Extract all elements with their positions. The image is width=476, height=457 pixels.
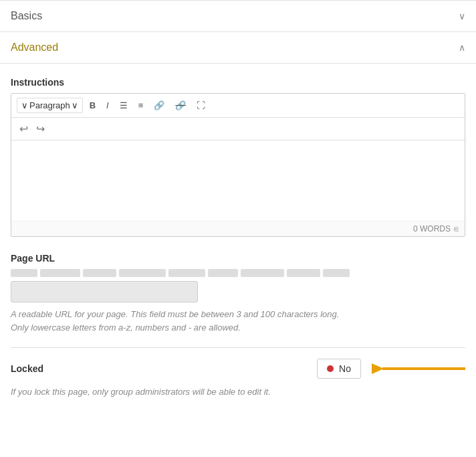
ordered-list-icon: ≡ [138, 100, 144, 110]
paragraph-dropdown-chevron: ∨ [72, 100, 78, 110]
link-icon: 🔗 [154, 100, 164, 110]
editor-actions-row: ↩ ↪ [11, 118, 465, 141]
editor-toolbar: ∨ Paragraph ∨ B I ☰ ≡ 🔗 🔗 ⛶ [11, 94, 465, 118]
svg-marker-0 [372, 363, 384, 374]
paragraph-dropdown-label: Paragraph [29, 100, 70, 110]
url-prefix-block-4 [119, 269, 166, 277]
bold-button[interactable]: B [86, 99, 100, 112]
unlink-button[interactable]: 🔗 [171, 99, 190, 112]
locked-row: Locked No [11, 359, 465, 379]
instructions-label: Instructions [11, 77, 465, 88]
basics-title: Basics [11, 10, 42, 22]
page-url-input[interactable] [11, 281, 198, 302]
section-divider [11, 347, 465, 348]
word-count: 0 WORDS [413, 224, 451, 234]
url-prefix-block-6 [208, 269, 238, 277]
editor-body[interactable] [11, 141, 465, 221]
url-prefix-block-2 [40, 269, 80, 277]
advanced-chevron-up-icon [459, 42, 465, 53]
toggle-dot-icon [327, 365, 334, 372]
locked-label: Locked [11, 363, 43, 374]
editor-footer: 0 WORDS ⋹ [11, 221, 465, 236]
advanced-content: Instructions ∨ Paragraph ∨ B I ☰ ≡ 🔗 🔗 [0, 64, 476, 407]
url-prefix-block-1 [11, 269, 37, 277]
basics-section-header[interactable]: Basics [0, 0, 476, 32]
url-prefix-block-9 [323, 269, 350, 277]
italic-button[interactable]: I [102, 99, 113, 112]
link-button[interactable]: 🔗 [150, 99, 168, 112]
url-prefix-block-5 [168, 269, 205, 277]
arrow-indicator [372, 361, 465, 376]
undo-button[interactable]: ↩ [17, 121, 31, 136]
svg-rect-1 [382, 367, 465, 370]
url-prefix-row [11, 269, 465, 277]
advanced-title: Advanced [11, 41, 58, 54]
ordered-list-button[interactable]: ≡ [134, 99, 148, 112]
paragraph-dropdown-icon: ∨ [21, 100, 28, 110]
redo-button[interactable]: ↪ [33, 121, 47, 136]
url-prefix-block-7 [241, 269, 284, 277]
paragraph-dropdown[interactable]: ∨ Paragraph ∨ [17, 98, 83, 113]
page-url-label: Page URL [11, 253, 465, 264]
locked-right: No [317, 359, 465, 379]
bullet-list-icon: ☰ [120, 100, 128, 110]
locked-toggle[interactable]: No [317, 359, 361, 379]
url-prefix-block-8 [287, 269, 320, 277]
basics-chevron-down-icon [459, 11, 465, 21]
page-url-hint: A readable URL for your page. This field… [11, 308, 465, 334]
unlink-icon: 🔗 [175, 100, 186, 110]
locked-toggle-label: No [339, 363, 351, 374]
page-url-section: Page URL A readable URL for your page. T… [11, 253, 465, 334]
url-prefix-block-3 [83, 269, 116, 277]
locked-hint: If you lock this page, only group admini… [11, 387, 465, 397]
image-icon: ⛶ [197, 100, 205, 110]
advanced-section-header[interactable]: Advanced [0, 32, 476, 64]
instructions-editor: ∨ Paragraph ∨ B I ☰ ≡ 🔗 🔗 ⛶ ↩ [11, 93, 465, 237]
bullet-list-button[interactable]: ☰ [116, 99, 132, 112]
resize-handle-icon[interactable]: ⋹ [453, 225, 459, 233]
arrow-icon [372, 361, 465, 376]
image-button[interactable]: ⛶ [193, 99, 209, 112]
